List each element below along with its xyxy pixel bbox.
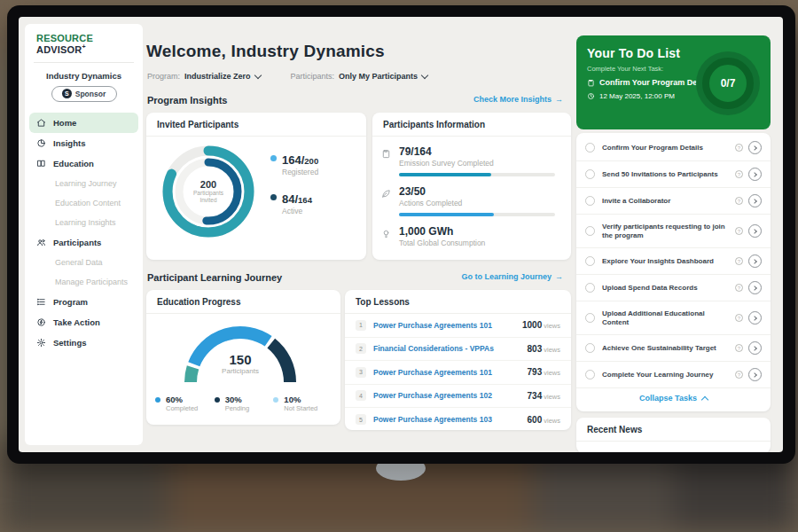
lesson-row: 1 Power Purchase Agreements 101 1000view…: [345, 314, 571, 338]
sponsor-badge[interactable]: S Sponsor: [51, 86, 117, 102]
task-chevron-button[interactable]: [748, 368, 762, 381]
task-checkbox[interactable]: [585, 226, 595, 236]
gauge-legend: 60% Completed 30% Pending 10% Not Starte…: [155, 395, 332, 412]
task-label: Verify participants requesting to join t…: [602, 223, 732, 240]
todo-counter: 0/7: [721, 77, 736, 90]
views-label: views: [544, 322, 560, 330]
participants-value: Only My Participants: [339, 72, 418, 81]
invited-donut-chart: 200 Participants Invited: [159, 142, 258, 241]
go-to-learning-journey-link[interactable]: Go to Learning Journey →: [461, 272, 563, 281]
task-chevron-button[interactable]: [748, 341, 762, 355]
check-more-insights-link[interactable]: Check More Insights →: [473, 95, 563, 104]
task-label: Achieve One Sustainability Target: [602, 344, 732, 353]
task-chevron-button[interactable]: [748, 168, 762, 181]
lesson-title-link[interactable]: Financial Considerations - VPPAs: [373, 344, 526, 353]
task-chevron-button[interactable]: [748, 224, 762, 238]
program-dropdown[interactable]: Program: Industrialize Zero: [147, 72, 261, 81]
lesson-row: 5 Power Purchase Agreements 103 600views: [345, 408, 571, 432]
task-checkbox[interactable]: [585, 283, 595, 293]
chevron-down-icon: [421, 71, 428, 78]
lesson-rank: 4: [356, 390, 366, 401]
participants-information-card: Participants Information 79/164 Emission…: [372, 113, 571, 260]
top-lessons-card: Top Lessons 1 Power Purchase Agreements …: [345, 290, 571, 430]
settings-icon: [36, 338, 46, 348]
task-row: Complete Your Learning Journey ?: [576, 362, 771, 388]
sidebar-item-learning-journey[interactable]: Learning Journey: [25, 174, 143, 193]
task-chevron-button[interactable]: [748, 311, 762, 325]
task-checkbox[interactable]: [585, 256, 595, 266]
task-info-icon[interactable]: ?: [735, 344, 743, 352]
legend-label: Completed: [166, 404, 215, 412]
sidebar-item-settings[interactable]: Settings: [25, 332, 143, 353]
legend-total: 200: [304, 156, 318, 166]
sidebar-item-label: Insights: [53, 138, 85, 148]
donut-legend: 164/200 Registered 84/164 Active: [270, 152, 318, 230]
task-info-icon[interactable]: ?: [735, 144, 743, 152]
task-chevron-button[interactable]: [748, 281, 762, 294]
program-icon: [36, 297, 46, 307]
actions-icon: [381, 189, 391, 199]
task-info-icon[interactable]: ?: [735, 257, 743, 265]
task-info-icon[interactable]: ?: [735, 197, 743, 205]
task-chevron-button[interactable]: [748, 254, 762, 268]
lesson-title-link[interactable]: Power Purchase Agreements 102: [373, 391, 526, 400]
sidebar-item-label: Learning Journey: [55, 179, 117, 188]
sidebar-item-home[interactable]: Home: [29, 113, 138, 133]
dashboard-screen: RESOURCE ADVISOR+ Industry Dynamics S Sp…: [19, 17, 783, 452]
task-row: Explore Your Insights Dashboard ?: [576, 248, 771, 275]
participants-label: Participants:: [291, 72, 335, 81]
legend-dot: [270, 155, 277, 161]
sidebar-item-label: Education Content: [55, 199, 121, 207]
legend-value: 84/: [282, 192, 298, 206]
task-chevron-button[interactable]: [748, 141, 762, 154]
sidebar-item-general-data[interactable]: General Data: [25, 253, 143, 272]
sidebar-item-education[interactable]: Education: [25, 153, 143, 174]
stat-label: Emission Survey Completed: [399, 159, 559, 168]
legend-item-active: 84/164 Active: [270, 191, 318, 215]
education-progress-card: Education Progress 150 Participants 60% …: [146, 290, 340, 425]
task-row: Confirm Your Program Details ?: [576, 135, 771, 161]
participants-icon: [36, 238, 46, 247]
sidebar-item-learning-insights[interactable]: Learning Insights: [25, 213, 143, 232]
clipboard-icon: [587, 79, 595, 87]
stat-value: 23/50: [399, 185, 559, 198]
task-checkbox[interactable]: [585, 370, 595, 379]
sidebar-item-program[interactable]: Program: [25, 292, 143, 312]
task-checkbox[interactable]: [585, 143, 595, 153]
legend-value: 60%: [166, 395, 215, 404]
lesson-title-link[interactable]: Power Purchase Agreements 101: [373, 321, 520, 330]
task-info-icon[interactable]: ?: [735, 284, 743, 292]
logo-plus: +: [82, 43, 86, 50]
sidebar-item-insights[interactable]: Insights: [25, 133, 143, 153]
lesson-title-link[interactable]: Power Purchase Agreements 101: [373, 368, 526, 377]
donut-center-label: Participants: [193, 190, 223, 197]
sidebar-item-take-action[interactable]: Take Action: [25, 312, 143, 332]
task-row: Invite a Collaborator ?: [576, 188, 771, 215]
legend-item-registered: 164/200 Registered: [270, 152, 318, 176]
participants-dropdown[interactable]: Participants: Only My Participants: [291, 72, 428, 81]
lesson-rank: 3: [356, 367, 366, 378]
todo-due-label: 12 May 2025, 12:00 PM: [599, 92, 675, 100]
task-info-icon[interactable]: ?: [735, 227, 743, 235]
task-checkbox[interactable]: [585, 313, 595, 323]
sidebar-item-education-content[interactable]: Education Content: [25, 193, 143, 213]
stat-label: Total Global Consumption: [399, 239, 559, 247]
task-info-icon[interactable]: ?: [735, 170, 743, 178]
lesson-views: 793: [528, 367, 543, 377]
sidebar-item-participants[interactable]: Participants: [25, 232, 143, 253]
task-chevron-button[interactable]: [748, 194, 762, 207]
task-checkbox[interactable]: [585, 196, 595, 206]
gauge-center-value: 150: [169, 352, 311, 367]
views-label: views: [544, 369, 560, 377]
task-info-icon[interactable]: ?: [735, 371, 743, 379]
sidebar-item-manage-participants[interactable]: Manage Participants: [25, 272, 143, 292]
task-checkbox[interactable]: [585, 169, 595, 179]
task-info-icon[interactable]: ?: [735, 314, 743, 322]
lesson-title-link[interactable]: Power Purchase Agreements 103: [373, 415, 526, 424]
legend-dot: [215, 397, 220, 403]
collapse-tasks-link[interactable]: Collapse Tasks: [576, 388, 771, 408]
task-checkbox[interactable]: [585, 343, 595, 353]
stat-value: 79/164: [399, 145, 559, 158]
stat-global-consumption: 1,000 GWh Total Global Consumption: [372, 216, 571, 247]
views-label: views: [544, 346, 560, 354]
